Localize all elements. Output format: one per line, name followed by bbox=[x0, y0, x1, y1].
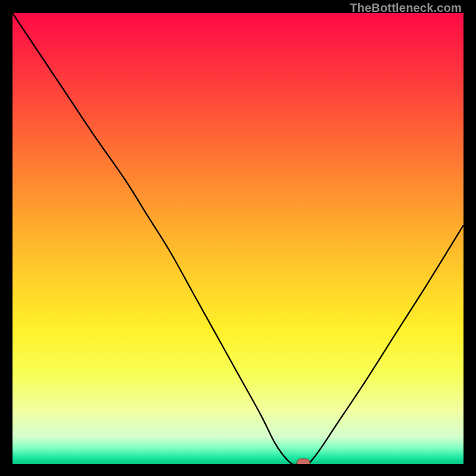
optimal-point-marker bbox=[297, 459, 310, 464]
bottleneck-curve bbox=[12, 13, 464, 464]
watermark-text: TheBottleneck.com bbox=[350, 1, 462, 15]
bottleneck-curve-layer bbox=[12, 13, 464, 464]
plot-area bbox=[12, 13, 464, 464]
chart-stage: TheBottleneck.com bbox=[0, 0, 476, 476]
